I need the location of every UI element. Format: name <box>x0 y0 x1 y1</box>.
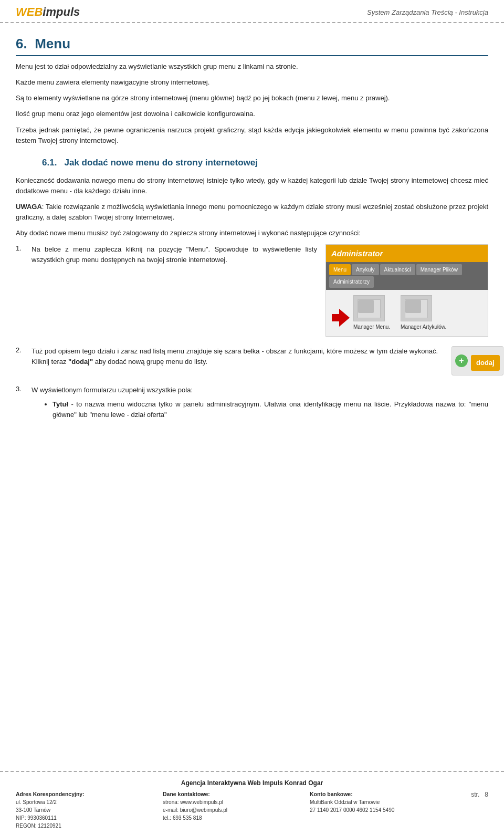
step-3-text: W wyświetlonym formularzu uzupełnij wszy… <box>32 386 193 394</box>
footer-page-label: str. <box>471 791 479 798</box>
intro-para-1: Menu jest to dział odpowiedzialny za wyś… <box>16 61 488 72</box>
footer-contact-line-3: tel.: 693 535 818 <box>163 814 310 822</box>
footer-contact-title: Dane kontaktowe: <box>163 791 310 797</box>
bullet-label-title: Tytuł <box>52 400 68 408</box>
footer-cols: Adres Korespondencyjny: ul. Sportowa 12/… <box>16 791 488 830</box>
footer-company: Agencja Interaktywna Web Impuls Konrad O… <box>16 779 488 787</box>
footer-address-line-3: NIP: 9930360111 <box>16 814 163 822</box>
logo: WEBimpuls <box>16 5 80 19</box>
footer-contact-col: Dane kontaktowe: strona: www.webimpuls.p… <box>163 791 310 822</box>
admin-nav-articles[interactable]: Artykuły <box>352 264 379 276</box>
subsection-intro: Konieczność dodawania nowego menu do str… <box>16 175 488 196</box>
step-3: 3. W wyświetlonym formularzu uzupełnij w… <box>16 385 488 422</box>
step-2-text: Tuż pod opisem tego działu i zaraz nad l… <box>32 346 438 367</box>
admin-nav-admin[interactable]: Administratorzy <box>329 276 374 288</box>
footer-address-line-2: 33-100 Tarnów <box>16 806 163 814</box>
svg-marker-0 <box>332 309 350 327</box>
footer-address-col: Adres Korespondencyjny: ul. Sportowa 12/… <box>16 791 163 830</box>
step-1: 1. Na belce z menu zaplecza kliknij na p… <box>16 244 488 337</box>
subsection-number: 6.1. <box>42 158 57 168</box>
footer-address-title: Adres Korespondencyjny: <box>16 791 163 797</box>
steps-list: 1. Na belce z menu zaplecza kliknij na p… <box>16 244 488 423</box>
bullet-item-title: Tytuł - to nazwa menu widoczna tylko w p… <box>52 399 488 420</box>
step-3-number: 3. <box>16 385 32 393</box>
subsection-title: Jak dodać nowe menu do strony internetow… <box>65 158 258 168</box>
admin-icon-menu: Manager Menu. <box>353 295 390 331</box>
subsection-heading: 6.1. Jak dodać nowe menu do strony inter… <box>42 158 488 168</box>
step-1-number: 1. <box>16 244 32 252</box>
footer-bank-line-1: MultiBank Oddział w Tarnowie <box>310 798 457 806</box>
admin-icon-menu-img <box>353 295 385 321</box>
section-title: Menu <box>35 36 70 51</box>
step-2-bold: "dodaj" <box>68 358 93 366</box>
bullet-list: Tytuł - to nazwa menu widoczna tylko w p… <box>52 399 488 420</box>
uwaga-label: UWAGA <box>16 203 42 211</box>
footer-page-number: 8 <box>485 791 488 798</box>
admin-icon-articles-img <box>401 295 432 321</box>
admin-icons-area: Manager Menu. Manager Artykułów. <box>326 290 488 337</box>
aby-para: Aby dodać nowe menu musisz być zalogowan… <box>16 228 488 238</box>
footer-contact-line-2: e-mail: biuro@webimpuls.pl <box>163 806 310 814</box>
admin-icon-menu-label: Manager Menu. <box>353 323 390 331</box>
intro-para-2: Każde menu zawiera elementy nawigacyjne … <box>16 77 488 88</box>
admin-nav: Menu Artykuły Aktualności Manager Plików… <box>326 262 488 290</box>
step-2-content-with-img: Tuż pod opisem tego działu i zaraz nad l… <box>32 346 488 375</box>
step-2-text-after: aby dodać nową grupę menu do listy. <box>93 358 207 366</box>
bullet-text-title: - to nazwa menu widoczna tylko w panelu … <box>52 400 488 419</box>
admin-icon-articles-label: Manager Artykułów. <box>401 323 446 331</box>
footer-address-line-1: ul. Sportowa 12/2 <box>16 798 163 806</box>
footer-address-text: ul. Sportowa 12/2 33-100 Tarnów NIP: 993… <box>16 798 163 830</box>
footer-page: str. 8 <box>457 791 488 798</box>
footer-bank-line-2: 27 1140 2017 0000 4602 1154 5490 <box>310 806 457 814</box>
admin-arrow <box>331 305 350 331</box>
step-2-number: 2. <box>16 346 32 354</box>
footer-bank-text: MultiBank Oddział w Tarnowie 27 1140 201… <box>310 798 457 814</box>
admin-nav-menu[interactable]: Menu <box>329 264 351 276</box>
footer-bank-col: Konto bankowe: MultiBank Oddział w Tarno… <box>310 791 457 814</box>
main-content: 6. Menu Menu jest to dział odpowiedzialn… <box>0 23 504 443</box>
step-2-content: Tuż pod opisem tego działu i zaraz nad l… <box>32 346 488 375</box>
dodaj-button-mock[interactable]: dodaj <box>471 355 500 371</box>
uwaga-para: UWAGA: Takie rozwiązanie z możliwością w… <box>16 202 488 223</box>
footer-area: Agencja Interaktywna Web Impuls Konrad O… <box>0 771 504 835</box>
header-title: System Zarządzania Treścią - Instrukcja <box>367 8 488 16</box>
page-header: WEBimpuls System Zarządzania Treścią - I… <box>0 0 504 23</box>
step-1-text-main: Na belce z menu zaplecza kliknij na pozy… <box>32 245 210 253</box>
footer-bank-title: Konto bankowe: <box>310 791 457 797</box>
footer-contact-text: strona: www.webimpuls.pl e-mail: biuro@w… <box>163 798 310 822</box>
footer-contact-line-1: strona: www.webimpuls.pl <box>163 798 310 806</box>
section-number: 6. <box>16 36 27 51</box>
logo-impuls: impuls <box>43 5 80 18</box>
uwaga-text: : Takie rozwiązanie z możliwością wyświe… <box>16 203 488 221</box>
admin-title-bar: Administrator <box>326 245 488 262</box>
step-1-content: Na belce z menu zaplecza kliknij na pozy… <box>32 244 488 337</box>
logo-web: WEB <box>16 5 43 18</box>
intro-para-3: Są to elementy wyświetlane na górze stro… <box>16 93 488 103</box>
footer: Agencja Interaktywna Web Impuls Konrad O… <box>0 776 504 835</box>
intro-para-5: Trzeba jednak pamiętać, że pewne ogranic… <box>16 125 488 146</box>
step-3-content: W wyświetlonym formularzu uzupełnij wszy… <box>32 385 488 422</box>
admin-icon-articles: Manager Artykułów. <box>401 295 446 331</box>
footer-separator-top <box>0 771 504 772</box>
step-1-content-with-img: Na belce z menu zaplecza kliknij na pozy… <box>32 244 488 337</box>
section-heading: 6. Menu <box>16 36 488 56</box>
intro-para-4: Ilość grup menu oraz jego elementów jest… <box>16 109 488 119</box>
step-2: 2. Tuż pod opisem tego działu i zaraz na… <box>16 346 488 375</box>
dodaj-screenshot: + dodaj <box>452 346 488 375</box>
footer-address-line-4: REGON: 12120921 <box>16 822 163 830</box>
admin-nav-news[interactable]: Aktualności <box>380 264 415 276</box>
admin-screenshot: Administrator Menu Artykuły Aktualności … <box>326 244 488 337</box>
admin-nav-files[interactable]: Manager Plików <box>416 264 462 276</box>
step-1-text: Na belce z menu zaplecza kliknij na pozy… <box>32 244 317 265</box>
